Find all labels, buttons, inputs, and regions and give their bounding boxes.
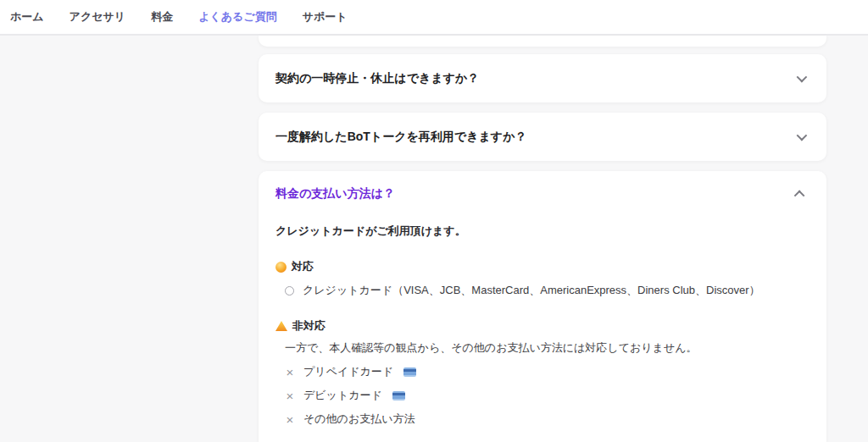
nav-item-support[interactable]: サポート: [303, 9, 348, 25]
supported-heading-label: 対応: [292, 259, 314, 274]
chevron-up-icon[interactable]: [794, 190, 805, 201]
cross-mark-icon: ×: [285, 413, 295, 426]
supported-section-heading: 対応: [275, 259, 804, 274]
unsupported-section-heading: 非対応: [275, 318, 804, 334]
faq-question-label: 一度解約したBoTトークを再利用できますか？: [275, 130, 527, 145]
chevron-down-icon[interactable]: [797, 130, 808, 141]
unsupported-item-label: デビットカード: [303, 388, 382, 403]
faq-question-header[interactable]: 料金の支払い方法は？: [275, 171, 804, 217]
unsupported-note: 一方で、本人確認等の観点から、その他のお支払い方法には対応しておりません。: [275, 340, 804, 356]
circle-bullet-icon: [285, 286, 294, 296]
orange-coin-emoji-icon: [275, 262, 287, 273]
faq-answer: クレジットカードがご利用頂けます。 対応 クレジットカード（VISA、JCB、M…: [275, 224, 804, 427]
nav-item-faq[interactable]: よくあるご質問: [198, 9, 277, 25]
faq-page: { "nav": { "items": [ { "label": "ホーム" }…: [0, 0, 868, 442]
faq-card-clipped-top: [259, 36, 826, 47]
faq-item-payment-methods: 料金の支払い方法は？ クレジットカードがご利用頂けます。 対応 クレジットカード…: [259, 171, 826, 442]
credit-card-emoji-icon: [403, 367, 416, 377]
supported-item-credit-card: クレジットカード（VISA、JCB、MasterCard、AmericanExp…: [275, 283, 804, 298]
cross-mark-icon: ×: [285, 390, 295, 402]
unsupported-item-label: その他のお支払い方法: [303, 412, 415, 427]
faq-item-reuse-bot-talk[interactable]: 一度解約したBoTトークを再利用できますか？: [259, 113, 826, 161]
warning-triangle-emoji-icon: [275, 321, 287, 331]
top-navigation: ホーム アクセサリ 料金 よくあるご質問 サポート: [0, 0, 868, 36]
chevron-down-icon[interactable]: [797, 72, 808, 83]
unsupported-item-debit-card: × デビットカード: [275, 388, 804, 403]
faq-question-label: 契約の一時停止・休止はできますか？: [275, 71, 479, 86]
faq-item-pause-contract[interactable]: 契約の一時停止・休止はできますか？: [259, 54, 826, 102]
answer-intro: クレジットカードがご利用頂けます。: [275, 224, 804, 239]
faq-question-label: 料金の支払い方法は？: [275, 186, 395, 202]
faq-list: 契約の一時停止・休止はできますか？ 一度解約したBoTトークを再利用できますか？…: [259, 36, 826, 442]
unsupported-item-label: プリペイドカード: [303, 364, 393, 379]
unsupported-item-prepaid-card: × プリペイドカード: [275, 364, 804, 379]
unsupported-heading-label: 非対応: [292, 318, 326, 334]
nav-item-pricing[interactable]: 料金: [151, 9, 173, 25]
cross-mark-icon: ×: [285, 366, 295, 378]
credit-card-emoji-icon: [392, 391, 405, 401]
nav-item-accessory[interactable]: アクセサリ: [70, 9, 126, 25]
unsupported-item-other-methods: × その他のお支払い方法: [275, 412, 804, 427]
supported-item-label: クレジットカード（VISA、JCB、MasterCard、AmericanExp…: [303, 283, 760, 298]
nav-item-home[interactable]: ホーム: [10, 9, 44, 25]
